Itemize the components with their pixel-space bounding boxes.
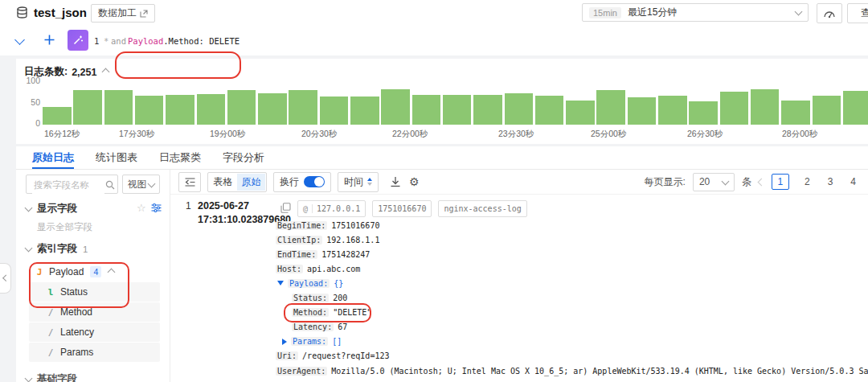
- log-line-method[interactable]: Method:"DELETE": [292, 306, 371, 320]
- log-line-clientip[interactable]: ClientIp:192.168.1.1: [276, 232, 379, 247]
- page-size-select[interactable]: 20: [693, 173, 735, 191]
- section-more-fields[interactable]: 基础字段: [26, 372, 77, 382]
- field-search-input[interactable]: [32, 176, 104, 194]
- log-field-key[interactable]: ClientIp:: [276, 236, 322, 244]
- view-mode-raw[interactable]: 原始: [237, 174, 265, 191]
- histogram-bar[interactable]: [135, 96, 164, 125]
- page-number-4[interactable]: 4: [848, 176, 858, 187]
- log-line-endtime[interactable]: EndTime:1751428247: [276, 247, 370, 261]
- log-line-useragent[interactable]: UserAgent:Mozilla/5.0 (Macintosh; U; Int…: [276, 364, 868, 378]
- wrap-toggle[interactable]: [304, 176, 325, 187]
- copy-icon[interactable]: [280, 203, 291, 213]
- log-field-value[interactable]: 67: [338, 322, 347, 331]
- time-sort-button[interactable]: 时间: [338, 172, 379, 192]
- log-field-key[interactable]: BeginTime:: [276, 221, 327, 230]
- log-field-key[interactable]: Payload:: [288, 279, 330, 288]
- add-condition-icon[interactable]: [43, 34, 55, 46]
- log-field-key[interactable]: Params:: [291, 337, 328, 346]
- histogram-bar[interactable]: [320, 97, 349, 125]
- log-field-value[interactable]: "DELETE": [333, 308, 371, 317]
- field-search-box[interactable]: [26, 175, 118, 194]
- histogram-bar[interactable]: [412, 95, 441, 125]
- expand-node-icon[interactable]: [282, 339, 287, 345]
- log-field-key[interactable]: Status:: [292, 294, 329, 302]
- histogram-bar[interactable]: [751, 89, 780, 125]
- histogram-bar[interactable]: [227, 90, 256, 125]
- field-item-params[interactable]: /Params: [29, 343, 160, 362]
- log-field-key[interactable]: EndTime:: [276, 250, 317, 259]
- histogram-bar[interactable]: [473, 95, 502, 125]
- histogram-bar[interactable]: [443, 95, 472, 125]
- histogram-bar[interactable]: [628, 97, 657, 125]
- log-line-host[interactable]: Host:api.abc.com: [276, 261, 360, 276]
- histogram-bar[interactable]: [197, 94, 226, 125]
- collapse-node-icon[interactable]: [277, 281, 284, 285]
- prev-page-icon[interactable]: [757, 178, 765, 186]
- log-field-value[interactable]: /request?reqId=123: [302, 351, 389, 360]
- log-field-value[interactable]: 1751428247: [321, 250, 370, 259]
- histogram-bar[interactable]: [596, 90, 625, 125]
- collapse-rail-handle[interactable]: [0, 263, 11, 294]
- histogram-bar[interactable]: [781, 101, 810, 125]
- collapse-sidebar-button[interactable]: [178, 172, 201, 192]
- query-button[interactable]: 查询: [847, 3, 868, 23]
- page-number-3[interactable]: 3: [825, 176, 836, 187]
- auto-refresh-button[interactable]: [817, 3, 842, 23]
- histogram-bar[interactable]: [289, 90, 317, 125]
- view-mode-table[interactable]: 表格: [209, 174, 237, 191]
- log-line-payload[interactable]: Payload:{}: [277, 276, 343, 290]
- log-line-params[interactable]: Params:[]: [282, 335, 342, 349]
- histogram-bar[interactable]: [658, 96, 687, 125]
- log-line-status[interactable]: Status:200: [292, 291, 347, 306]
- log-field-key[interactable]: Latency:: [292, 322, 334, 331]
- field-item-status[interactable]: lStatus: [29, 282, 160, 302]
- log-field-key[interactable]: Method:: [292, 308, 329, 317]
- histogram-bar[interactable]: [720, 92, 749, 125]
- download-icon[interactable]: [390, 176, 401, 187]
- histogram-bar[interactable]: [689, 101, 718, 125]
- page-number-1[interactable]: 1: [772, 174, 789, 190]
- smart-query-button[interactable]: [68, 30, 88, 51]
- settings-gear-icon[interactable]: ⚙: [409, 175, 420, 188]
- log-field-value[interactable]: 1751016670: [331, 221, 379, 230]
- histogram-bar[interactable]: [505, 93, 534, 125]
- collapse-chart-icon[interactable]: [102, 68, 110, 76]
- chevron-up-icon[interactable]: [108, 268, 116, 276]
- section-index-fields[interactable]: 索引字段 1: [26, 242, 88, 256]
- histogram-bar[interactable]: [166, 95, 194, 125]
- log-line-uri[interactable]: Uri:/request?reqId=123: [276, 349, 389, 364]
- log-field-key[interactable]: Uri:: [276, 351, 298, 360]
- log-line-begintime[interactable]: BeginTime:1751016670: [276, 218, 379, 232]
- field-item-method[interactable]: /Method: [29, 302, 160, 322]
- log-line-latency[interactable]: Latency:67: [292, 320, 347, 335]
- time-range-select[interactable]: 15min 最近15分钟: [582, 3, 809, 22]
- page-number-2[interactable]: 2: [802, 176, 813, 187]
- histogram-bar[interactable]: [813, 96, 841, 125]
- tab-2[interactable]: 统计图表: [96, 146, 137, 169]
- histogram-bar[interactable]: [535, 96, 564, 125]
- log-field-value[interactable]: 192.168.1.1: [326, 236, 379, 244]
- log-field-value[interactable]: {}: [334, 279, 343, 288]
- data-processing-button[interactable]: 数据加工: [91, 4, 155, 23]
- query-history-chevron-icon[interactable]: [14, 35, 25, 45]
- histogram-bar[interactable]: [843, 91, 868, 125]
- field-item-payload[interactable]: JPayload4: [29, 262, 160, 281]
- field-item-latency[interactable]: /Latency: [29, 322, 160, 342]
- histogram-bar[interactable]: [350, 97, 379, 125]
- tab-1[interactable]: 原始日志: [32, 146, 74, 169]
- field-settings-icon[interactable]: [151, 203, 162, 213]
- log-field-value[interactable]: Mozilla/5.0 (Macintosh; U; Intel Mac OS …: [331, 367, 868, 376]
- view-select[interactable]: 视图: [122, 175, 160, 194]
- tab-3[interactable]: 日志聚类: [159, 146, 201, 169]
- histogram-bar[interactable]: [104, 90, 133, 125]
- query-input[interactable]: Payload.Method: DELETE: [128, 36, 240, 46]
- log-field-value[interactable]: []: [332, 337, 342, 346]
- histogram-bar[interactable]: [43, 107, 72, 125]
- favorite-star-icon[interactable]: ☆: [137, 202, 146, 214]
- section-display-fields[interactable]: 显示字段: [26, 202, 77, 216]
- histogram-bar[interactable]: [73, 90, 102, 125]
- log-field-value[interactable]: 200: [333, 294, 347, 302]
- log-field-key[interactable]: Host:: [276, 265, 303, 273]
- tab-4[interactable]: 字段分析: [223, 146, 264, 169]
- histogram-bar[interactable]: [381, 89, 410, 125]
